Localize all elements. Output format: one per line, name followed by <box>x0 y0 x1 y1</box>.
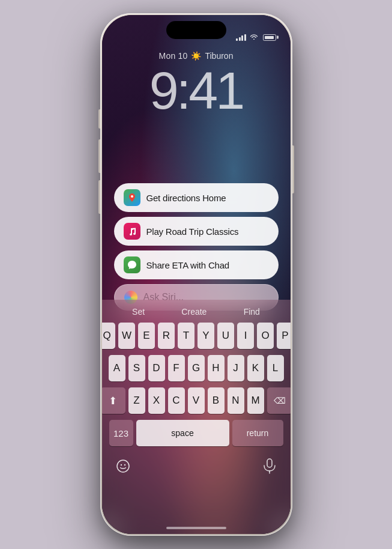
lock-screen-content: Mon 10 ☀️ Tiburon 9:41 <box>102 51 291 117</box>
key-m[interactable]: M <box>247 387 264 414</box>
emoji-keyboard-icon[interactable] <box>112 455 134 478</box>
key-d[interactable]: D <box>148 355 165 381</box>
key-h[interactable]: H <box>208 355 225 381</box>
key-x[interactable]: X <box>148 387 165 414</box>
quicktype-find[interactable]: Find <box>237 305 267 319</box>
suggestion-music-text: Play Road Trip Classics <box>146 226 239 237</box>
suggestion-directions[interactable]: Get directions Home <box>114 183 279 212</box>
suggestion-messages[interactable]: Share ETA with Chad <box>114 250 279 279</box>
key-o[interactable]: O <box>257 323 274 349</box>
key-u[interactable]: U <box>217 323 234 349</box>
phone-frame: Mon 10 ☀️ Tiburon 9:41 Get directions Ho… <box>100 13 292 536</box>
svg-point-3 <box>124 464 125 466</box>
svg-point-1 <box>117 460 129 472</box>
maps-app-icon <box>124 189 140 206</box>
key-k[interactable]: K <box>247 355 264 381</box>
suggestion-messages-text: Share ETA with Chad <box>146 260 230 270</box>
date-weather-row: Mon 10 ☀️ Tiburon <box>159 51 234 61</box>
key-row-2: A S D F G H J K L <box>106 355 287 381</box>
key-t[interactable]: T <box>178 323 194 349</box>
battery-icon <box>263 34 276 41</box>
quicktype-set[interactable]: Set <box>125 305 152 319</box>
key-i[interactable]: I <box>237 323 254 349</box>
quicktype-create[interactable]: Create <box>174 305 214 319</box>
key-f[interactable]: F <box>168 355 185 381</box>
wifi-icon <box>250 33 258 41</box>
side-button-power[interactable] <box>292 145 294 193</box>
key-n[interactable]: N <box>228 387 244 414</box>
music-app-icon <box>124 223 140 240</box>
key-row-4: 123 space return <box>106 420 287 446</box>
return-key[interactable]: return <box>232 420 283 446</box>
key-e[interactable]: E <box>138 323 155 349</box>
side-button-volume-down[interactable] <box>98 180 100 214</box>
microphone-key[interactable] <box>258 455 281 478</box>
status-indicators <box>236 33 276 41</box>
location-text: Tiburon <box>205 51 233 61</box>
keyboard-rows: Q W E R T Y U I O P A S D F G <box>102 323 291 446</box>
key-g[interactable]: G <box>188 355 205 381</box>
dynamic-island <box>166 21 226 39</box>
side-button-silent[interactable] <box>98 109 100 129</box>
keyboard: Set Create Find Q W E R T Y U I O P <box>102 300 291 534</box>
phone-screen: Mon 10 ☀️ Tiburon 9:41 Get directions Ho… <box>102 15 291 534</box>
key-l[interactable]: L <box>267 355 284 381</box>
key-row-1: Q W E R T Y U I O P <box>106 323 287 349</box>
key-r[interactable]: R <box>158 323 175 349</box>
key-j[interactable]: J <box>228 355 244 381</box>
key-c[interactable]: C <box>168 387 185 414</box>
svg-point-0 <box>131 195 133 198</box>
suggestion-directions-text: Get directions Home <box>146 193 226 203</box>
side-button-volume-up[interactable] <box>98 139 100 173</box>
weather-icon: ☀️ <box>191 51 201 61</box>
key-row-3: ⬆ Z X C V B N M ⌫ <box>106 387 287 414</box>
shift-key[interactable]: ⬆ <box>102 387 125 414</box>
suggestion-music[interactable]: Play Road Trip Classics <box>114 217 279 246</box>
key-s[interactable]: S <box>128 355 145 381</box>
keyboard-bottom-row <box>102 452 291 484</box>
time-display: 9:41 <box>149 64 243 117</box>
siri-suggestions: Get directions Home Play Road Trip Class… <box>114 183 279 311</box>
signal-bars-icon <box>236 34 246 41</box>
date-text: Mon 10 <box>159 51 188 61</box>
messages-app-icon <box>124 256 140 273</box>
key-q[interactable]: Q <box>102 323 116 349</box>
home-indicator <box>166 527 226 529</box>
key-z[interactable]: Z <box>128 387 145 414</box>
key-b[interactable]: B <box>208 387 225 414</box>
key-a[interactable]: A <box>109 355 125 381</box>
key-p[interactable]: P <box>277 323 291 349</box>
space-key[interactable]: space <box>136 420 229 446</box>
svg-rect-4 <box>267 459 272 467</box>
key-v[interactable]: V <box>188 387 205 414</box>
key-y[interactable]: Y <box>198 323 214 349</box>
key-w[interactable]: W <box>118 323 135 349</box>
quicktype-row: Set Create Find <box>102 300 291 323</box>
numbers-key[interactable]: 123 <box>109 420 133 446</box>
svg-point-2 <box>120 464 121 466</box>
delete-key[interactable]: ⌫ <box>267 387 291 414</box>
